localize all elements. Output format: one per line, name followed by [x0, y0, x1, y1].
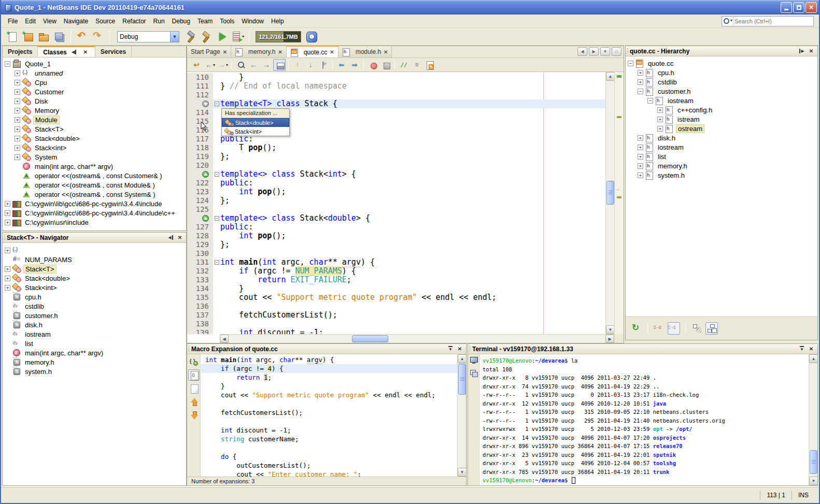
- code-line[interactable]: 123 int pop();: [187, 188, 624, 196]
- collapse-expander[interactable]: −: [5, 61, 10, 67]
- fold-toggle[interactable]: −: [215, 216, 219, 221]
- code-line[interactable]: 134 }: [187, 284, 624, 293]
- close-tab-icon[interactable]: ✕: [278, 49, 282, 55]
- expand-expander[interactable]: +: [657, 107, 663, 113]
- close-panel-icon[interactable]: [807, 48, 815, 55]
- profiler-button[interactable]: [304, 30, 319, 44]
- navigator-item[interactable]: cpu.h: [3, 292, 186, 301]
- scroll-right-button[interactable]: ▶: [605, 335, 614, 343]
- code-line[interactable]: 118 T pop();: [187, 143, 624, 152]
- expand-expander[interactable]: +: [15, 136, 20, 141]
- macro-code-line[interactable]: int discount = -1;: [201, 426, 457, 435]
- collapse-expander[interactable]: −: [638, 89, 643, 94]
- macro-code-line[interactable]: cout << "Enter customer name: ";: [201, 470, 457, 477]
- code-line[interactable]: 124};: [187, 196, 624, 205]
- classes-tree-item[interactable]: +Stack<double>: [3, 134, 186, 143]
- expand-expander[interactable]: +: [15, 70, 20, 76]
- editor-tab-start-page[interactable]: Start Page✕: [187, 46, 231, 57]
- code-line[interactable]: 130: [187, 249, 624, 258]
- menu-run[interactable]: Run: [150, 16, 168, 26]
- open-project-button[interactable]: [36, 30, 51, 44]
- classes-tree-item[interactable]: +Disk: [3, 96, 186, 106]
- tab-services[interactable]: Services: [95, 46, 132, 57]
- uncomment-button[interactable]: ≡: [411, 59, 423, 71]
- navigator-item[interactable]: disk.h: [3, 320, 186, 329]
- hierarchy-item[interactable]: +c++config.h: [626, 105, 817, 114]
- memory-indicator[interactable]: 121,2/161,7MB: [256, 31, 301, 42]
- find-previous-button[interactable]: ←: [247, 59, 260, 71]
- editor-tab-memory-h[interactable]: memory.h✕: [231, 46, 287, 57]
- expand-expander[interactable]: +: [15, 89, 20, 95]
- menu-refactor[interactable]: Refactor: [119, 16, 149, 26]
- forward-button[interactable]: →▾: [216, 59, 229, 71]
- terminal-icon[interactable]: [470, 356, 478, 365]
- dock-panel-icon[interactable]: [446, 345, 455, 353]
- stripe-mark-current[interactable]: [617, 75, 621, 78]
- expand-expander[interactable]: +: [5, 248, 10, 253]
- close-tab-icon[interactable]: ✕: [384, 49, 388, 55]
- title-bar[interactable]: Quote_1 - NetBeans IDE Dev 20110419-e74a…: [0, 0, 820, 15]
- shift-right-button[interactable]: ⇒: [348, 59, 361, 71]
- macro-code-line[interactable]: do {: [201, 452, 457, 461]
- hierarchy-item[interactable]: +cpu.h: [626, 68, 817, 77]
- clean-build-button[interactable]: [199, 30, 214, 44]
- terminal-windows-icon[interactable]: [470, 369, 478, 377]
- terminal-output[interactable]: vv159170@Lenovo:~/devarea$ latotal 108dr…: [480, 354, 809, 485]
- hierarchy-item[interactable]: +system.h: [626, 170, 817, 180]
- expand-expander[interactable]: +: [5, 285, 10, 291]
- navigator-item[interactable]: +Stack<T>: [3, 264, 186, 273]
- scroll-thumb[interactable]: [458, 364, 466, 395]
- code-line[interactable]: 133 return EXIT_FAILURE;: [187, 276, 624, 284]
- code-line[interactable]: 131−int main(int argc, char** argv) {: [187, 258, 624, 267]
- navigator-item[interactable]: main(int argc, char** argv): [3, 348, 186, 357]
- code-line[interactable]: 111} // End of local namespace: [187, 82, 624, 91]
- toggle-bookmark-button[interactable]: [317, 59, 330, 71]
- scroll-up-button[interactable]: ▲: [809, 354, 817, 363]
- hierarchy-item[interactable]: +memory.h: [626, 161, 817, 170]
- hierarchy-item[interactable]: +ostream: [626, 124, 817, 133]
- show-subtypes-button[interactable]: [653, 322, 666, 335]
- navigator-item[interactable]: cstdlib: [3, 301, 186, 311]
- macro-code-line[interactable]: outCustomersList();: [201, 461, 457, 470]
- code-line[interactable]: 136: [187, 302, 624, 311]
- macro-vertical-scrollbar[interactable]: ▲ ▼: [457, 354, 466, 477]
- new-document-button[interactable]: [188, 383, 200, 394]
- search-icon[interactable]: [722, 17, 733, 25]
- expand-expander[interactable]: +: [5, 266, 10, 272]
- close-tab-icon[interactable]: ✕: [223, 49, 227, 55]
- minimize-button[interactable]: [781, 2, 792, 13]
- has-specializations-marker-icon[interactable]: [202, 100, 209, 107]
- tree-view-button[interactable]: [705, 322, 718, 335]
- code-line[interactable]: 120: [187, 161, 624, 170]
- tab-classes[interactable]: Classes: [38, 46, 95, 57]
- code-line[interactable]: 110 }: [187, 73, 624, 82]
- expand-expander[interactable]: +: [638, 70, 643, 76]
- classes-tree-item[interactable]: +unnamed: [3, 68, 186, 78]
- show-macro-expansion-button[interactable]: [188, 369, 200, 381]
- maximize-button[interactable]: [793, 2, 804, 13]
- menu-tools[interactable]: Tools: [216, 16, 238, 26]
- navigator-item[interactable]: NUM_PARAMS: [3, 255, 186, 264]
- hierarchy-item[interactable]: −customer.h: [626, 87, 817, 96]
- dock-panel-icon[interactable]: [798, 345, 806, 353]
- fold-toggle[interactable]: −: [215, 102, 219, 106]
- scroll-down-button[interactable]: ▼: [606, 325, 615, 334]
- navigator-item[interactable]: iostream: [3, 329, 186, 339]
- search-input[interactable]: [733, 18, 813, 25]
- classes-tree-item[interactable]: +Stack<T>: [3, 124, 186, 134]
- code-editor[interactable]: 110 }111} // End of local namespace112−t…: [187, 72, 624, 334]
- minimize-panel-icon[interactable]: [166, 234, 175, 241]
- expand-expander[interactable]: +: [5, 210, 10, 216]
- specializes-marker-icon[interactable]: [202, 215, 209, 222]
- scroll-down-button[interactable]: ▼: [809, 477, 817, 485]
- hierarchy-item[interactable]: +iostream: [626, 142, 817, 152]
- menu-debug[interactable]: Debug: [168, 16, 194, 26]
- close-panel-icon[interactable]: [807, 345, 815, 353]
- comment-button[interactable]: //: [398, 59, 410, 71]
- macro-code-line[interactable]: [201, 399, 457, 408]
- expand-expander[interactable]: +: [638, 154, 643, 160]
- close-button[interactable]: ✕: [805, 2, 817, 13]
- expand-expander[interactable]: +: [5, 201, 10, 207]
- code-line[interactable]: 125: [187, 205, 624, 214]
- classes-tree-item[interactable]: +Module: [3, 115, 186, 124]
